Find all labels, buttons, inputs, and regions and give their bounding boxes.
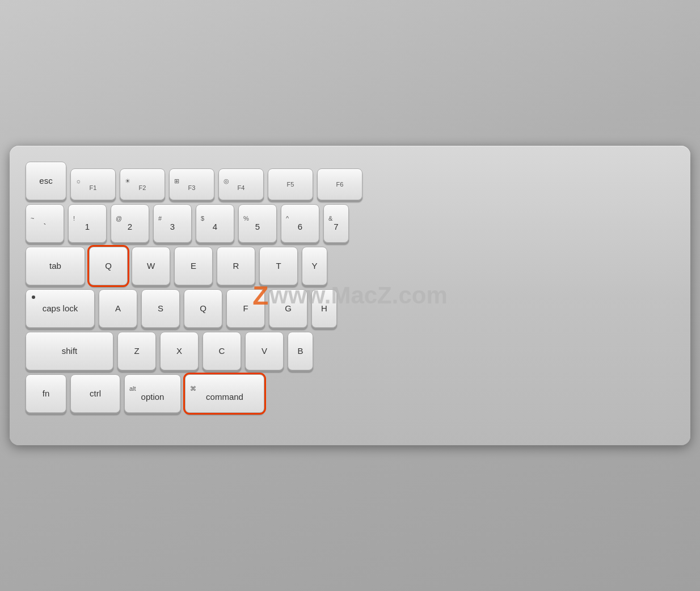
key-option[interactable]: alt option (124, 374, 181, 413)
key-5-main: 5 (255, 222, 260, 232)
key-1-top: ! (73, 215, 75, 222)
key-f5[interactable]: F5 (268, 168, 313, 200)
number-row: ~ ` ! 1 @ 2 # 3 $ 4 % 5 ^ 6 & 7 (26, 204, 674, 243)
key-e-label: E (191, 261, 196, 271)
key-q[interactable]: Q (89, 247, 128, 285)
key-v-label: V (262, 346, 267, 356)
key-shift[interactable]: shift (26, 332, 113, 370)
key-f3[interactable]: ⊞ F3 (169, 168, 214, 200)
asdf-row: caps lock A S Q F G H (26, 289, 674, 328)
key-backtick-top: ~ (31, 215, 34, 222)
bottom-row: fn ctrl alt option ⌘ command (26, 374, 674, 413)
key-1-main: 1 (85, 222, 90, 232)
key-fn-label: fn (43, 389, 50, 399)
key-tab-label: tab (49, 261, 61, 271)
key-c-label: C (219, 346, 225, 356)
key-1[interactable]: ! 1 (68, 204, 107, 243)
key-f1[interactable]: ☼ F1 (70, 168, 116, 200)
key-e[interactable]: E (174, 247, 213, 285)
fn-row: esc ☼ F1 ☀ F2 ⊞ F3 ◎ F4 F5 F6 (26, 162, 674, 200)
key-f4[interactable]: ◎ F4 (218, 168, 264, 200)
keyboard: Z www.MacZ.com esc ☼ F1 ☀ F2 ⊞ F3 ◎ F4 F… (10, 146, 690, 445)
key-f-label: F (243, 303, 248, 314)
key-b[interactable]: B (288, 332, 313, 370)
key-7[interactable]: & 7 (323, 204, 349, 243)
key-f1-label: F1 (90, 184, 97, 191)
key-caps-lock[interactable]: caps lock (26, 289, 95, 328)
key-6[interactable]: ^ 6 (281, 204, 319, 243)
key-f2-label: F2 (139, 184, 146, 191)
key-command-icon: ⌘ (190, 385, 196, 392)
key-x[interactable]: X (160, 332, 199, 370)
key-w[interactable]: W (132, 247, 170, 285)
key-f6[interactable]: F6 (317, 168, 362, 200)
key-f6-label: F6 (336, 181, 344, 188)
key-f[interactable]: F (226, 289, 265, 328)
key-f2[interactable]: ☀ F2 (120, 168, 165, 200)
key-s[interactable]: S (141, 289, 180, 328)
key-tab[interactable]: tab (26, 247, 85, 285)
key-esc-label: esc (39, 176, 52, 186)
key-z-label: Z (134, 346, 139, 356)
key-h[interactable]: H (311, 289, 337, 328)
key-7-main: 7 (334, 222, 338, 232)
key-g-label: G (285, 303, 292, 314)
key-v[interactable]: V (245, 332, 284, 370)
key-4-top: $ (201, 215, 204, 222)
key-a-label: A (115, 303, 121, 314)
key-s-label: S (158, 303, 163, 314)
key-t-label: T (276, 261, 281, 271)
key-6-main: 6 (298, 222, 302, 232)
key-option-main-label: option (141, 392, 165, 402)
key-b-label: B (297, 346, 303, 356)
key-y-label: Y (311, 261, 317, 271)
key-r[interactable]: R (217, 247, 255, 285)
key-4-main: 4 (213, 222, 217, 232)
key-y[interactable]: Y (302, 247, 327, 285)
key-esc[interactable]: esc (26, 162, 66, 200)
key-4[interactable]: $ 4 (196, 204, 234, 243)
key-3[interactable]: # 3 (153, 204, 192, 243)
key-shift-label: shift (62, 346, 78, 356)
key-command-label: command (206, 392, 243, 402)
key-t[interactable]: T (259, 247, 298, 285)
key-f2-icon: ☀ (125, 178, 130, 184)
key-backtick-main: ` (44, 222, 47, 232)
key-x-label: X (176, 346, 182, 356)
key-q-label: Q (105, 261, 112, 271)
key-h-label: H (321, 303, 327, 314)
key-5-top: % (243, 215, 249, 222)
key-r-label: R (233, 261, 239, 271)
key-5[interactable]: % 5 (238, 204, 277, 243)
key-g[interactable]: G (269, 289, 307, 328)
key-caps-label: caps lock (43, 303, 78, 314)
key-w-label: W (147, 261, 155, 271)
caps-lock-indicator (32, 296, 35, 299)
key-command[interactable]: ⌘ command (185, 374, 264, 413)
qwerty-row: tab Q W E R T Y (26, 247, 674, 285)
key-6-top: ^ (286, 215, 289, 222)
key-f1-icon: ☼ (75, 178, 81, 184)
key-3-main: 3 (170, 222, 175, 232)
key-d-label: Q (200, 303, 206, 314)
key-7-top: & (328, 215, 332, 222)
key-d[interactable]: Q (184, 289, 222, 328)
key-z[interactable]: Z (117, 332, 156, 370)
key-f4-icon: ◎ (224, 178, 229, 184)
key-2-top: @ (116, 215, 122, 222)
key-f3-label: F3 (188, 184, 196, 191)
key-fn[interactable]: fn (26, 374, 66, 413)
key-ctrl-label: ctrl (90, 389, 101, 399)
key-2-main: 2 (128, 222, 132, 232)
key-c[interactable]: C (203, 332, 241, 370)
key-f3-icon: ⊞ (174, 178, 179, 184)
key-backtick[interactable]: ~ ` (26, 204, 64, 243)
key-2[interactable]: @ 2 (111, 204, 149, 243)
key-option-alt-label: alt (129, 385, 136, 392)
key-a[interactable]: A (99, 289, 137, 328)
key-f4-label: F4 (238, 184, 245, 191)
key-3-top: # (158, 215, 162, 222)
key-ctrl[interactable]: ctrl (70, 374, 120, 413)
key-f5-label: F5 (287, 181, 294, 188)
zxcv-row: shift Z X C V B (26, 332, 674, 370)
